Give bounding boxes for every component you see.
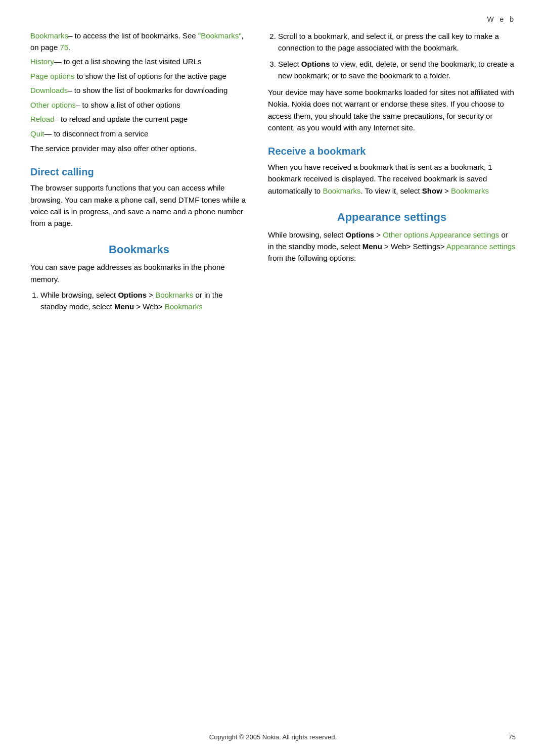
footer-page-number: 75 bbox=[509, 733, 516, 741]
other-options-appearance-link[interactable]: Other options bbox=[383, 230, 428, 239]
receive-bookmark-heading: Receive a bookmark bbox=[268, 146, 516, 157]
bookmarks-link[interactable]: Bookmarks bbox=[30, 31, 68, 40]
appearance-settings-heading: Appearance settings bbox=[268, 211, 516, 224]
step-2: Scroll to a bookmark, and select it, or … bbox=[278, 30, 516, 54]
menu-item-downloads: Downloads– to show the list of bookmarks… bbox=[30, 85, 248, 97]
options-bold: Options bbox=[118, 291, 147, 299]
appearance-link[interactable]: Appearance settings bbox=[428, 230, 499, 239]
direct-calling-body: The browser supports functions that you … bbox=[30, 182, 248, 229]
appearance-options-bold: Options bbox=[345, 230, 374, 239]
menu-bold: Menu bbox=[114, 302, 134, 311]
history-link[interactable]: History bbox=[30, 57, 54, 66]
step-3: Select Options to view, edit, delete, or… bbox=[278, 58, 516, 82]
menu-item-page-options: Page options to show the list of options… bbox=[30, 71, 248, 82]
page-container: W e b Bookmarks– to access the list of b… bbox=[0, 0, 546, 756]
reload-link[interactable]: Reload bbox=[30, 115, 55, 123]
step3-options-bold: Options bbox=[301, 60, 330, 68]
menu-item-reload: Reload– to reload and update the current… bbox=[30, 114, 248, 125]
header-section-label: W e b bbox=[487, 15, 516, 23]
bookmarks-step-link2[interactable]: Bookmarks bbox=[165, 302, 203, 311]
right-steps-list: Scroll to a bookmark, and select it, or … bbox=[268, 30, 516, 81]
receive-bookmark-body: When you have received a bookmark that i… bbox=[268, 161, 516, 197]
bookmarks-link-receive[interactable]: Bookmarks bbox=[323, 186, 360, 195]
show-bold: Show bbox=[422, 186, 442, 195]
page-options-link[interactable]: Page options bbox=[30, 72, 75, 80]
service-note: The service provider may also offer othe… bbox=[30, 143, 248, 154]
bookmarks-link-receive2[interactable]: Bookmarks bbox=[451, 186, 489, 195]
appearance-settings-link[interactable]: Appearance settings bbox=[446, 242, 516, 251]
direct-calling-heading: Direct calling bbox=[30, 166, 248, 178]
bookmarks-intro: You can save page addresses as bookmarks… bbox=[30, 261, 248, 285]
bookmarks-steps: While browsing, select Options > Bookmar… bbox=[30, 289, 248, 313]
bookmarks-step-link[interactable]: Bookmarks bbox=[155, 291, 193, 299]
menu-item-other-options: Other options– to show a list of other o… bbox=[30, 100, 248, 111]
menu-bold-appearance: Menu bbox=[362, 242, 382, 251]
menu-item-history: History— to get a list showing the last … bbox=[30, 56, 248, 68]
bookmarks-section-heading: Bookmarks bbox=[30, 243, 248, 256]
bookmarks-step-1: While browsing, select Options > Bookmar… bbox=[40, 289, 248, 313]
bookmarks-ref-link[interactable]: "Bookmarks" bbox=[198, 31, 242, 40]
menu-item-bookmarks: Bookmarks– to access the list of bookmar… bbox=[30, 30, 248, 53]
footer-copyright: Copyright © 2005 Nokia. All rights reser… bbox=[209, 733, 337, 741]
right-column: Scroll to a bookmark, and select it, or … bbox=[268, 30, 516, 317]
left-column: Bookmarks– to access the list of bookmar… bbox=[30, 30, 248, 317]
page-ref: 75 bbox=[60, 43, 68, 52]
menu-item-quit: Quit— to disconnect from a service bbox=[30, 128, 248, 140]
nokia-note: Your device may have some bookmarks load… bbox=[268, 86, 516, 133]
other-options-link[interactable]: Other options bbox=[30, 101, 76, 109]
downloads-link[interactable]: Downloads bbox=[30, 86, 68, 94]
quit-link[interactable]: Quit bbox=[30, 129, 44, 138]
appearance-settings-body: While browsing, select Options > Other o… bbox=[268, 229, 516, 264]
step3-pre: Select bbox=[278, 60, 301, 68]
